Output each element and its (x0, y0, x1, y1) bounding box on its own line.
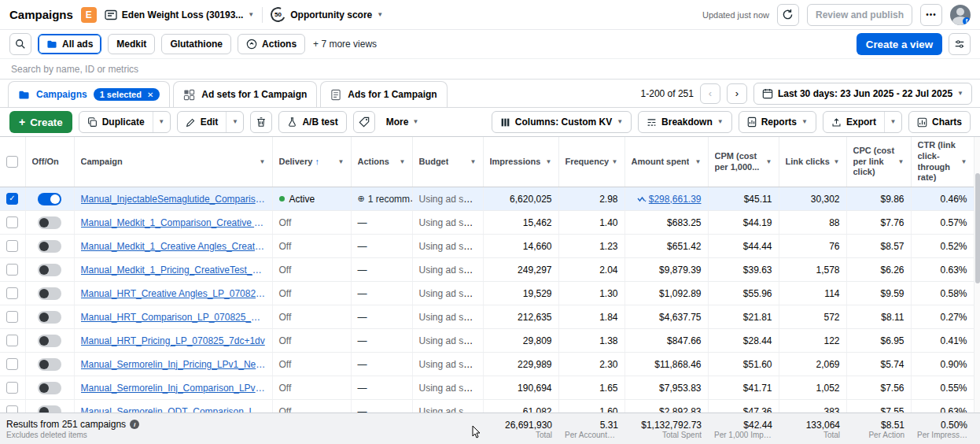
column-header-campaign[interactable]: Campaign▼ (74, 137, 272, 187)
tab-ad-sets[interactable]: Ad sets for 1 Campaign (173, 81, 317, 107)
vertical-scrollbar[interactable] (974, 137, 980, 413)
delete-button[interactable] (250, 111, 272, 133)
tab-ads[interactable]: Ads for 1 Campaign (320, 81, 447, 107)
campaign-toggle[interactable] (38, 216, 61, 229)
row-checkbox[interactable] (6, 216, 18, 228)
row-checkbox[interactable] (6, 287, 18, 299)
view-tab-glutathione[interactable]: Glutathione (161, 34, 231, 54)
column-header-cpm[interactable]: CPM (cost per 1,000...▼ (708, 137, 779, 187)
table-row[interactable]: Manual_HRT_Creative Angles_LP_070825_7dc… (0, 282, 974, 305)
chevron-down-icon[interactable]: ▼ (961, 159, 967, 165)
campaign-toggle[interactable] (38, 311, 61, 324)
ab-test-button[interactable]: A/B test (278, 111, 346, 133)
tag-button[interactable] (353, 111, 375, 133)
ad-account-selector[interactable]: Eden Weight Loss (30193... ▼ (105, 9, 254, 20)
chevron-down-icon[interactable]: ▼ (546, 159, 552, 165)
chevron-down-icon[interactable]: ▼ (612, 159, 618, 165)
row-checkbox[interactable] (6, 311, 18, 323)
column-header-link-clicks[interactable]: Link clicks▼ (779, 137, 846, 187)
actions-cell[interactable]: ⊕1 recomm (358, 194, 411, 205)
amount-spent-link[interactable]: $651.42 (667, 241, 701, 252)
column-header-cpc[interactable]: CPC (cost per link click)▼ (846, 137, 911, 187)
campaign-toggle[interactable] (38, 358, 61, 371)
avatar[interactable]: f (950, 5, 971, 25)
campaign-link[interactable]: Manual_HRT_Comparison_LP_070825_7dc+1dv (81, 312, 266, 323)
amount-spent-link[interactable]: $1,092.89 (659, 288, 701, 299)
duplicate-dropdown-button[interactable]: ▼ (153, 112, 170, 132)
campaign-link[interactable]: Manual_HRT_Pricing_LP_070825_7dc+1dv (81, 335, 266, 346)
actions-cell[interactable]: ⊕— (358, 359, 367, 370)
row-checkbox[interactable] (6, 193, 18, 205)
more-options-button[interactable]: ••• (920, 4, 942, 26)
reports-button[interactable]: Reports ▼ (739, 111, 816, 133)
campaign-link[interactable]: Manual_Sermorelin_Inj_Pricing_LPv1_NewPa… (81, 359, 266, 370)
column-header-frequency[interactable]: Frequency▼ (558, 137, 624, 187)
chevron-down-icon[interactable]: ▼ (834, 159, 840, 165)
charts-button[interactable]: Charts (908, 111, 971, 133)
campaign-toggle[interactable] (38, 335, 61, 347)
chevron-down-icon[interactable]: ▼ (898, 159, 904, 165)
breakdown-button[interactable]: Breakdown ▼ (638, 111, 732, 133)
table-row[interactable]: Manual_HRT_Comparison_LP_070825_7dc+1dv … (0, 305, 974, 329)
view-tab-actions[interactable]: Actions (238, 34, 305, 54)
row-checkbox[interactable] (6, 240, 18, 252)
create-button[interactable]: + Create (9, 111, 72, 133)
actions-cell[interactable]: ⊕— (358, 383, 367, 394)
campaign-link[interactable]: Manual_Medkit_1_Comparison_Creative Test… (81, 217, 266, 228)
columns-button[interactable]: Columns: Custom KV ▼ (492, 111, 632, 133)
create-a-view-button[interactable]: Create a view (857, 33, 942, 55)
amount-spent-link[interactable]: $4,637.75 (659, 312, 701, 323)
row-checkbox[interactable] (6, 382, 18, 394)
actions-cell[interactable]: ⊕— (358, 241, 367, 252)
amount-spent-link[interactable]: $9,879.39 (659, 265, 701, 276)
column-header-actions[interactable]: Actions▼ (351, 137, 412, 187)
column-header-ctr[interactable]: CTR (link click-through rate)▼ (911, 137, 974, 187)
actions-cell[interactable]: ⊕— (358, 312, 367, 323)
campaign-toggle[interactable] (38, 193, 61, 205)
chevron-down-icon[interactable]: ▼ (695, 159, 702, 165)
export-button[interactable]: Export (823, 112, 884, 132)
campaign-link[interactable]: Manual_Medkit_1_Pricing_CreativeTest_071… (81, 265, 266, 276)
row-checkbox[interactable] (6, 335, 18, 346)
prev-page-button[interactable]: ‹ (700, 83, 720, 104)
clear-selection-icon[interactable]: ✕ (147, 91, 153, 99)
campaign-toggle[interactable] (38, 240, 61, 253)
info-icon[interactable]: i (130, 420, 139, 429)
actions-cell[interactable]: ⊕— (358, 217, 367, 228)
view-settings-button[interactable] (949, 33, 971, 55)
edit-button[interactable]: Edit (178, 112, 227, 132)
row-checkbox[interactable] (6, 264, 18, 276)
search-views-button[interactable] (9, 33, 31, 55)
table-row[interactable]: Manual_InjectableSemaglutide_Comparison_… (0, 187, 974, 211)
chevron-down-icon[interactable]: ▼ (470, 159, 477, 165)
duplicate-button[interactable]: Duplicate (79, 112, 153, 132)
campaign-toggle[interactable] (38, 382, 61, 394)
search-input[interactable] (0, 59, 980, 79)
campaign-link[interactable]: Manual_Sermorelin_Inj_Comparison_LPv1_Ne… (81, 383, 266, 394)
table-row[interactable]: Manual_Sermorelin_Inj_Comparison_LPv1_Ne… (0, 376, 974, 400)
chevron-down-icon[interactable]: ▼ (766, 159, 772, 165)
amount-spent-link[interactable]: $298,661.39 (649, 194, 702, 205)
view-tab-all-ads[interactable]: All ads (38, 34, 101, 54)
table-row[interactable]: Manual_Medkit_1_Creative Angles_Creative… (0, 235, 974, 258)
campaign-toggle[interactable] (38, 264, 61, 276)
column-header-amount-spent[interactable]: Amount spent▼ (624, 137, 708, 187)
amount-spent-link[interactable]: $847.66 (667, 335, 701, 346)
more-menu-button[interactable]: More ▼ (381, 117, 424, 128)
chevron-down-icon[interactable]: ▼ (338, 159, 344, 165)
actions-cell[interactable]: ⊕— (358, 288, 367, 299)
scrollbar-thumb[interactable] (975, 173, 980, 283)
campaign-toggle[interactable] (38, 287, 61, 300)
table-row[interactable]: Manual_Medkit_1_Pricing_CreativeTest_071… (0, 258, 974, 282)
view-tab-medkit[interactable]: Medkit (108, 34, 155, 54)
amount-spent-link[interactable]: $7,953.83 (659, 383, 701, 394)
table-row[interactable]: Manual_Medkit_1_Comparison_Creative Test… (0, 211, 974, 235)
actions-cell[interactable]: ⊕— (358, 265, 367, 276)
table-row[interactable]: Manual_Sermorelin_Inj_Pricing_LPv1_NewPa… (0, 353, 974, 376)
chevron-down-icon[interactable]: ▼ (260, 159, 266, 165)
column-header-impressions[interactable]: Impressions▼ (483, 137, 558, 187)
tab-campaigns[interactable]: Campaigns 1 selected ✕ (8, 81, 170, 107)
row-checkbox[interactable] (6, 358, 18, 370)
amount-spent-link[interactable]: $11,868.46 (654, 359, 701, 370)
amount-spent-link[interactable]: $683.25 (667, 217, 701, 228)
